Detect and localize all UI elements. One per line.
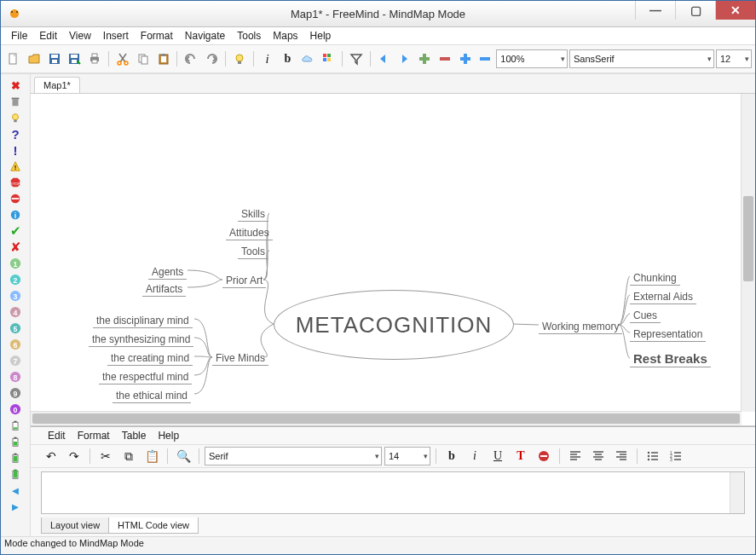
minimize-button[interactable]: — bbox=[635, 1, 675, 20]
cloud-icon[interactable] bbox=[298, 49, 317, 69]
menu-insert[interactable]: Insert bbox=[98, 28, 134, 43]
editor-paste-icon[interactable]: 📋 bbox=[141, 446, 162, 466]
editor-font-size-combo[interactable]: 14▾ bbox=[384, 447, 430, 465]
editor-align-left-icon[interactable] bbox=[565, 446, 586, 466]
horizontal-scrollbar[interactable] bbox=[31, 411, 742, 425]
palette-stop[interactable]: STOP bbox=[8, 175, 23, 190]
nav-right-icon[interactable] bbox=[395, 49, 413, 69]
add-node-icon[interactable] bbox=[415, 49, 434, 69]
menu-navigate[interactable]: Navigate bbox=[180, 28, 230, 43]
editor-scrollbar[interactable] bbox=[730, 472, 744, 513]
palette-back[interactable]: ◄ bbox=[8, 483, 23, 498]
palette-deny[interactable] bbox=[8, 191, 23, 206]
canvas-area[interactable]: METACOGNITIONPrior ArtSkillsAttitudesToo… bbox=[31, 94, 755, 426]
node-representation[interactable]: Representation bbox=[630, 328, 706, 342]
save-as-icon[interactable] bbox=[65, 49, 84, 69]
palette-batt2[interactable] bbox=[8, 434, 23, 449]
palette-warn[interactable]: ! bbox=[8, 159, 23, 174]
palette-batt4[interactable] bbox=[8, 466, 23, 482]
node-agents[interactable]: Agents bbox=[148, 266, 187, 280]
node-external-aids[interactable]: External Aids bbox=[630, 291, 696, 304]
add-child-icon[interactable] bbox=[456, 49, 475, 69]
editor-list-number-icon[interactable]: 123 bbox=[666, 446, 686, 466]
palette-c5[interactable]: 5 bbox=[8, 321, 23, 336]
palette-c8[interactable]: 8 bbox=[8, 369, 23, 384]
undo-icon[interactable] bbox=[182, 49, 200, 69]
palette-info[interactable]: i bbox=[8, 207, 23, 223]
open-file-icon[interactable] bbox=[25, 49, 43, 69]
editor-undo-icon[interactable]: ↶ bbox=[41, 446, 61, 466]
node-chunking[interactable]: Chunking bbox=[630, 272, 680, 286]
palette-cross[interactable]: ✘ bbox=[8, 240, 23, 255]
palette-trash[interactable] bbox=[8, 94, 23, 109]
vertical-scrollbar[interactable] bbox=[741, 94, 755, 412]
redo-icon[interactable] bbox=[202, 49, 221, 69]
zoom-combo[interactable]: 100%▾ bbox=[496, 49, 568, 68]
bulb-icon[interactable] bbox=[230, 49, 249, 69]
save-icon[interactable] bbox=[45, 49, 64, 69]
palette-c7[interactable]: 7 bbox=[8, 353, 23, 368]
palette-batt3[interactable] bbox=[8, 450, 23, 465]
editor-text-color-icon[interactable]: T bbox=[511, 446, 531, 466]
tab-html-code-view[interactable]: HTML Code view bbox=[108, 517, 199, 534]
node-skills[interactable]: Skills bbox=[238, 208, 268, 222]
node-rest-breaks[interactable]: Rest Breaks bbox=[630, 351, 711, 367]
font-size-combo[interactable]: 12▾ bbox=[716, 49, 752, 68]
node-attitudes[interactable]: Attitudes bbox=[226, 227, 273, 240]
palette-c2[interactable]: 2 bbox=[8, 272, 23, 287]
node-the-synthesizing-mind[interactable]: the synthesizing mind bbox=[89, 333, 193, 347]
palette-x-red[interactable]: ✖ bbox=[8, 78, 23, 93]
color-icon[interactable] bbox=[319, 49, 338, 69]
menu-edit[interactable]: Edit bbox=[34, 28, 62, 43]
remove-node-icon[interactable] bbox=[436, 49, 454, 69]
editor-italic-icon[interactable]: i bbox=[465, 446, 485, 466]
palette-exclaim[interactable]: ! bbox=[8, 142, 23, 158]
editor-find-icon[interactable]: 🔍 bbox=[173, 446, 193, 466]
editor-font-combo[interactable]: Serif▾ bbox=[205, 447, 382, 465]
editor-redo-icon[interactable]: ↷ bbox=[64, 446, 84, 466]
remove-child-icon[interactable] bbox=[476, 49, 495, 69]
paste-icon[interactable] bbox=[154, 49, 173, 69]
palette-c6[interactable]: 6 bbox=[8, 337, 23, 352]
print-icon[interactable] bbox=[85, 49, 104, 69]
tab-layout-view[interactable]: Layout view bbox=[41, 517, 109, 534]
mindmap-root[interactable]: METACOGNITION bbox=[274, 290, 514, 360]
menu-file[interactable]: File bbox=[6, 28, 32, 43]
menu-help[interactable]: Help bbox=[305, 28, 337, 43]
node-cues[interactable]: Cues bbox=[630, 309, 661, 323]
editor-menu-edit[interactable]: Edit bbox=[43, 428, 71, 443]
tab-map1[interactable]: Map1* bbox=[34, 77, 80, 93]
palette-check[interactable]: ✔ bbox=[8, 223, 23, 239]
cut-icon[interactable] bbox=[113, 49, 132, 69]
palette-question[interactable]: ? bbox=[8, 126, 23, 142]
menu-tools[interactable]: Tools bbox=[232, 28, 266, 43]
copy-icon[interactable] bbox=[134, 49, 153, 69]
editor-list-bullet-icon[interactable] bbox=[643, 446, 663, 466]
italic-icon[interactable]: i bbox=[258, 49, 277, 69]
menu-format[interactable]: Format bbox=[136, 28, 178, 43]
editor-menu-help[interactable]: Help bbox=[153, 428, 184, 443]
node-prior-art[interactable]: Prior Art bbox=[222, 275, 266, 288]
palette-c3[interactable]: 3 bbox=[8, 288, 23, 304]
palette-c9[interactable]: 9 bbox=[8, 385, 23, 401]
editor-copy-icon[interactable]: ⧉ bbox=[118, 446, 139, 466]
bold-icon[interactable]: b bbox=[278, 49, 297, 69]
menu-maps[interactable]: Maps bbox=[268, 28, 303, 43]
palette-fwd[interactable]: ► bbox=[8, 499, 23, 514]
maximize-button[interactable]: ▢ bbox=[675, 1, 715, 20]
editor-menu-table[interactable]: Table bbox=[117, 428, 152, 443]
editor-clear-format-icon[interactable] bbox=[534, 446, 554, 466]
editor-text-area[interactable] bbox=[41, 471, 745, 514]
editor-menu-format[interactable]: Format bbox=[72, 428, 115, 443]
node-the-respectful-mind[interactable]: the respectful mind bbox=[99, 371, 192, 384]
editor-align-right-icon[interactable] bbox=[611, 446, 632, 466]
nav-left-icon[interactable] bbox=[374, 49, 393, 69]
editor-bold-icon[interactable]: b bbox=[441, 446, 462, 466]
node-the-disciplinary-mind[interactable]: the disciplinary mind bbox=[93, 315, 193, 328]
node-artifacts[interactable]: Artifacts bbox=[142, 283, 186, 297]
node-tools[interactable]: Tools bbox=[238, 246, 268, 259]
node-working-memory[interactable]: Working memory bbox=[539, 321, 622, 334]
new-file-icon[interactable] bbox=[4, 49, 23, 69]
editor-cut-icon[interactable]: ✂ bbox=[95, 446, 116, 466]
palette-bulb[interactable] bbox=[8, 110, 23, 125]
